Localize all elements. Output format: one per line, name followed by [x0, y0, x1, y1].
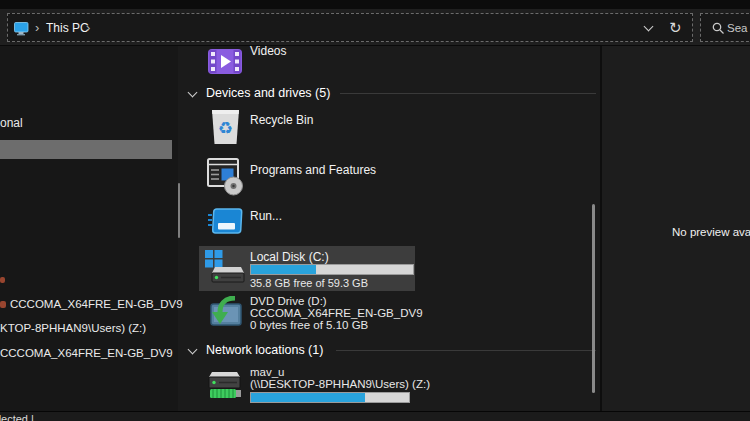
capacity-text: 35.8 GB free of 59.3 GB [250, 277, 368, 289]
tile-videos[interactable]: Videos [199, 40, 415, 80]
sidebar-dvd-icon-fragment [0, 301, 6, 308]
address-bar[interactable]: › This PC › ↻ [7, 13, 693, 42]
status-selection-text: 1 item selected | [0, 413, 34, 421]
sidebar-item-network-drive[interactable]: KTOP-8PHHAN9\Users) (Z:) [0, 322, 146, 334]
capacity-bar-fill [251, 265, 316, 274]
section-divider [340, 93, 596, 94]
svg-text:♻: ♻ [218, 118, 233, 138]
capacity-bar [250, 264, 414, 275]
network-path-label: (\\DESKTOP-8PHHAN9\Users) (Z:) [250, 378, 430, 390]
tile-label: Local Disk (C:) [250, 250, 329, 264]
refresh-icon[interactable]: ↻ [669, 19, 682, 37]
sidebar-scrollbar-thumb[interactable] [178, 183, 180, 238]
run-icon [208, 206, 244, 237]
tile-label: mav_u [250, 366, 285, 378]
section-divider-2 [336, 350, 596, 351]
network-drive-icon [206, 371, 243, 406]
tile-label: DVD Drive (D:) [250, 295, 327, 307]
volume-label: CCCOMA_X64FRE_EN-GB_DV9 [250, 307, 423, 319]
local-disk-icon [204, 249, 245, 286]
tile-programs-features[interactable]: Programs and Features [199, 154, 415, 198]
tile-dvd-drive[interactable]: DVD Drive (D:) CCCOMA_X64FRE_EN-GB_DV9 0… [199, 293, 415, 335]
breadcrumb-chevron-icon-2[interactable]: › [86, 20, 90, 35]
this-pc-icon [14, 22, 29, 36]
tile-label: Programs and Features [250, 163, 376, 177]
titlebar-strip [0, 0, 750, 9]
tile-network-drive[interactable]: mav_u (\\DESKTOP-8PHHAN9\Users) (Z:) [199, 364, 415, 411]
breadcrumb-this-pc[interactable]: This PC [46, 21, 89, 35]
sidebar-selected-item[interactable] [0, 140, 172, 159]
capacity-bar [250, 392, 410, 403]
tile-local-disk-selected[interactable]: Local Disk (C:) 35.8 GB free of 59.3 GB [199, 246, 415, 291]
capacity-text: 0 bytes free of 5.10 GB [250, 319, 368, 331]
tile-label: Videos [250, 44, 286, 58]
breadcrumb-chevron-icon[interactable]: › [35, 20, 39, 35]
sidebar-item-dvd-2[interactable]: CCCOMA_X64FRE_EN-GB_DV9 [0, 347, 173, 359]
tile-label: Recycle Bin [250, 113, 313, 127]
sidebar-item-dvd[interactable]: CCCOMA_X64FRE_EN-GB_DV9 [10, 298, 183, 310]
explorer-window: › This PC › ↻ Sea No preview availa onal… [0, 0, 750, 421]
sidebar-item-onedrive-fragment[interactable]: onal [0, 116, 23, 130]
search-input-text[interactable]: Sea [727, 22, 747, 34]
section-header-network[interactable]: Network locations (1) [206, 343, 323, 357]
preview-pane: No preview availa [602, 46, 750, 411]
section-header-devices[interactable]: Devices and drives (5) [206, 86, 330, 100]
sidebar-icon-fragment [0, 277, 5, 283]
videos-icon [208, 49, 242, 74]
main-scrollbar-thumb[interactable] [592, 204, 595, 393]
programs-features-icon [207, 157, 244, 196]
tile-recycle-bin[interactable]: ♻ Recycle Bin [199, 104, 415, 148]
recycle-bin-icon: ♻ [210, 107, 241, 145]
preview-message: No preview availa [672, 226, 750, 238]
address-dropdown-chevron-icon[interactable] [644, 22, 654, 32]
status-bar [0, 411, 750, 421]
capacity-bar-fill [251, 393, 365, 402]
tile-run[interactable]: Run... [199, 202, 415, 242]
dvd-drive-icon [209, 296, 243, 330]
search-icon [712, 22, 725, 35]
search-box[interactable]: Sea [700, 13, 750, 42]
tile-label: Run... [250, 209, 282, 223]
